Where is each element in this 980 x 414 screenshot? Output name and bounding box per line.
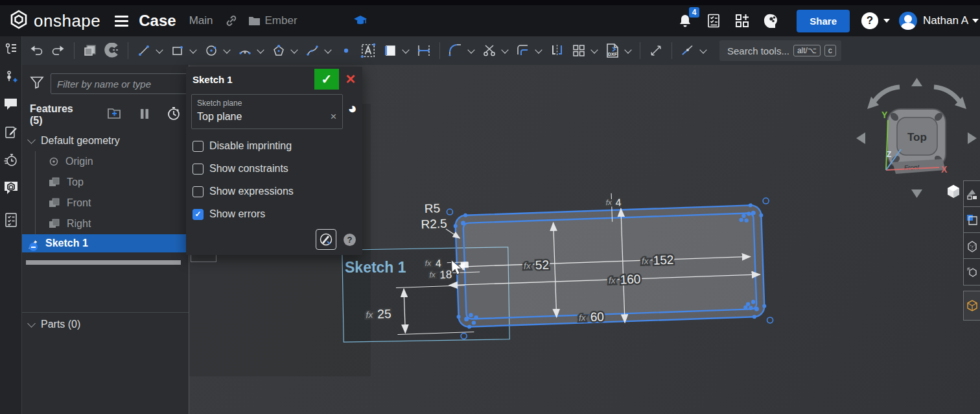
undo-button[interactable] bbox=[27, 40, 46, 62]
onshape-help-icon[interactable] bbox=[3, 180, 19, 198]
rectangle-tool[interactable] bbox=[168, 40, 187, 62]
pattern-tool[interactable] bbox=[569, 40, 589, 62]
suppress-pause-icon[interactable] bbox=[139, 108, 150, 123]
dialog-help-button[interactable]: ? bbox=[344, 234, 356, 246]
help-dropdown-caret-icon[interactable] bbox=[883, 19, 890, 23]
insert-folder-icon[interactable] bbox=[107, 107, 122, 123]
use-project-tool[interactable] bbox=[380, 40, 400, 62]
tree-item-top[interactable]: Top bbox=[36, 172, 189, 193]
arc-tool[interactable] bbox=[235, 40, 255, 62]
document-menu-icon[interactable] bbox=[115, 16, 128, 27]
view-cube-top-label[interactable]: Top bbox=[907, 131, 927, 143]
dimension-tool[interactable] bbox=[414, 40, 434, 62]
checkbox-icon[interactable]: ✓ bbox=[192, 141, 204, 152]
line-tool[interactable] bbox=[134, 40, 154, 62]
learning-cap-icon[interactable] bbox=[353, 15, 368, 27]
measure-tool[interactable] bbox=[646, 40, 666, 62]
mirror-tool[interactable] bbox=[547, 40, 566, 62]
dialog-checkbox-1[interactable]: ✓ Show constraints bbox=[192, 163, 362, 175]
default-view-cube-icon[interactable] bbox=[946, 184, 961, 202]
circle-tool-dropdown[interactable] bbox=[223, 46, 230, 53]
chevron-down-icon[interactable] bbox=[27, 136, 36, 144]
notes-icon[interactable] bbox=[4, 125, 18, 142]
tree-item-sketch1-selected[interactable]: Sketch 1 bbox=[22, 234, 189, 252]
rotate-tool-icon[interactable] bbox=[102, 40, 122, 62]
redo-button[interactable] bbox=[49, 40, 68, 62]
accept-button[interactable]: ✓ bbox=[314, 69, 339, 90]
comments-icon[interactable] bbox=[3, 97, 18, 114]
hidden-edges-button[interactable] bbox=[963, 232, 980, 260]
view-rotate-down-arrow-icon[interactable] bbox=[911, 189, 922, 198]
filter-funnel-icon[interactable] bbox=[30, 76, 44, 91]
render-options-button[interactable] bbox=[963, 180, 980, 208]
share-button[interactable]: Share bbox=[797, 10, 850, 32]
polygon-tool[interactable] bbox=[269, 40, 288, 62]
clear-selection-icon[interactable]: × bbox=[331, 110, 337, 123]
document-title[interactable]: Case bbox=[139, 12, 176, 30]
fillet-tool[interactable] bbox=[446, 40, 465, 62]
exploded-view-button[interactable] bbox=[963, 258, 980, 286]
circle-tool[interactable] bbox=[202, 40, 221, 62]
use-project-dropdown[interactable] bbox=[402, 46, 409, 53]
tree-node-default-geometry[interactable]: Default geometry bbox=[22, 130, 189, 151]
rollback-bar[interactable] bbox=[26, 260, 181, 265]
tasks-list-icon[interactable] bbox=[706, 13, 721, 29]
project-breadcrumb[interactable]: Ember bbox=[248, 14, 298, 27]
polygon-tool-dropdown[interactable] bbox=[290, 46, 298, 53]
dialog-checkbox-0[interactable]: ✓ Disable imprinting bbox=[192, 140, 362, 152]
view-roll-ccw-arrow-icon[interactable] bbox=[874, 87, 900, 101]
view-rotate-up-arrow-icon[interactable] bbox=[911, 78, 922, 86]
onshape-logo-icon[interactable] bbox=[9, 10, 29, 32]
section-view-button[interactable] bbox=[963, 206, 980, 234]
fillet-tool-dropdown[interactable] bbox=[467, 46, 474, 53]
spline-tool[interactable] bbox=[303, 40, 322, 62]
inner-rectangle[interactable] bbox=[463, 213, 757, 319]
feature-tree-icon[interactable] bbox=[4, 42, 18, 58]
checkbox-icon[interactable]: ✓ bbox=[192, 164, 204, 175]
checkbox-icon[interactable]: ✓ bbox=[192, 209, 204, 220]
view-rotate-right-arrow-icon[interactable] bbox=[968, 132, 977, 144]
pattern-tool-dropdown[interactable] bbox=[590, 46, 598, 53]
user-name[interactable]: Nathan A bbox=[923, 14, 968, 27]
import-dxf-dropdown[interactable] bbox=[624, 46, 631, 53]
mate-connector-icon[interactable]: ◕ bbox=[348, 101, 358, 116]
workspace-name[interactable]: Main bbox=[189, 14, 213, 27]
checklist-panel-icon[interactable] bbox=[4, 212, 18, 230]
filter-input[interactable] bbox=[51, 73, 194, 94]
sketch-text-tool[interactable] bbox=[358, 40, 378, 62]
cancel-button[interactable]: ✕ bbox=[339, 69, 362, 90]
tree-item-origin[interactable]: Origin bbox=[36, 151, 189, 172]
canvas-sketch-label[interactable]: Sketch 1 bbox=[345, 259, 406, 276]
tree-item-front[interactable]: Front bbox=[36, 193, 189, 213]
view-rotate-left-arrow-icon[interactable] bbox=[856, 132, 865, 144]
construction-tool[interactable] bbox=[678, 40, 697, 62]
regen-timer-icon[interactable] bbox=[167, 106, 181, 123]
search-tools-box[interactable]: Search tools... alt/⌥ c bbox=[719, 40, 841, 61]
trim-tool-dropdown[interactable] bbox=[501, 46, 508, 53]
view-roll-cw-arrow-icon[interactable] bbox=[934, 87, 959, 101]
sketch-mode-button[interactable] bbox=[316, 229, 336, 250]
sketch-plane-value[interactable]: Top plane bbox=[197, 111, 331, 123]
view-cube-front-label[interactable]: Front bbox=[904, 164, 920, 171]
trim-tool[interactable] bbox=[480, 40, 499, 62]
line-tool-dropdown[interactable] bbox=[156, 46, 163, 53]
dialog-checkbox-3[interactable]: ✓ Show errors bbox=[192, 208, 362, 220]
offset-tool-dropdown[interactable] bbox=[535, 46, 542, 53]
construction-tool-dropdown[interactable] bbox=[699, 46, 706, 53]
notifications-bell-icon[interactable]: 4 bbox=[677, 13, 693, 29]
dialog-checkbox-2[interactable]: ✓ Show expressions bbox=[192, 186, 362, 197]
link-icon[interactable] bbox=[225, 14, 238, 27]
point-tool[interactable] bbox=[336, 40, 356, 62]
user-avatar[interactable] bbox=[899, 12, 917, 30]
isometric-view-button[interactable] bbox=[963, 291, 980, 321]
help-button[interactable]: ? bbox=[861, 12, 878, 29]
versions-icon[interactable] bbox=[4, 70, 18, 87]
parts-section-header[interactable]: Parts (0) bbox=[22, 313, 189, 336]
sketch-plane-field[interactable]: Sketch plane Top plane × bbox=[191, 94, 343, 129]
copies-tool-icon[interactable] bbox=[80, 40, 100, 62]
view-cube-body[interactable]: Top Front bbox=[887, 109, 946, 174]
view-cube[interactable]: Top Front Y X Z bbox=[856, 78, 977, 198]
performance-timer-icon[interactable] bbox=[3, 152, 18, 170]
rectangle-tool-dropdown[interactable] bbox=[189, 46, 196, 53]
chevron-down-icon[interactable] bbox=[27, 319, 36, 328]
